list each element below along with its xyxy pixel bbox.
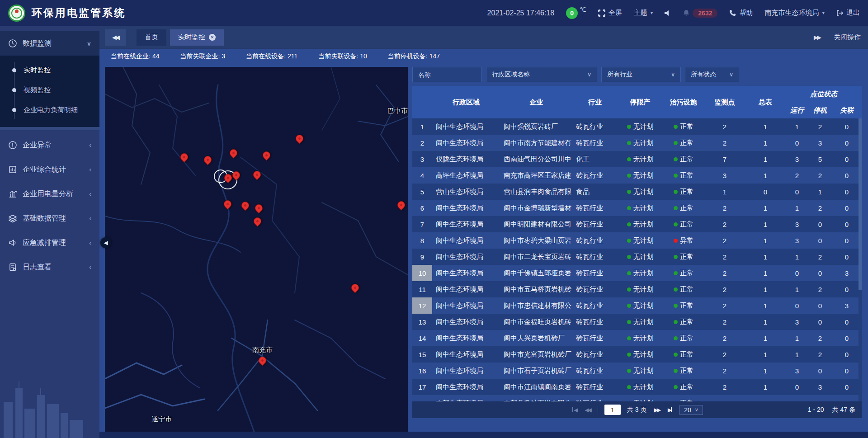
table-row[interactable]: 13阆中生态环境局阆中市金福旺页岩机砖砖瓦行业无计划正常21300 (412, 314, 862, 330)
table-row[interactable]: 9阆中生态环境局阆中市二龙长宝页岩砖砖瓦行业无计划正常21120 (412, 249, 862, 265)
cell-industry: 砖瓦行业 (572, 232, 618, 249)
facility-status-dot (674, 174, 678, 178)
table-row[interactable]: 2阆中生态环境局阆中市南方节能建材有砖瓦行业无计划正常21030 (412, 135, 862, 151)
phone-icon (729, 9, 736, 16)
name-filter-input[interactable] (418, 71, 476, 78)
table-row[interactable]: 8阆中生态环境局阆中市枣碧大梁山页岩砖瓦行业无计划异常21300 (412, 232, 862, 249)
sidebar-item-base-data-mgmt[interactable]: 基础数据管理‹ (0, 206, 99, 231)
tab-close-icon[interactable]: × (209, 34, 216, 41)
table-row[interactable]: 11阆中生态环境局阆中市五马桥页岩机砖砖瓦行业无计划正常21120 (412, 281, 862, 297)
last-page-button[interactable]: ▶ (667, 407, 673, 413)
notifications[interactable]: 2632 (683, 9, 717, 18)
tabs-scroll-left-button[interactable]: ◀◀ (105, 29, 126, 46)
tab-home[interactable]: 首页 (137, 29, 166, 46)
cell-facility: 正常 (663, 395, 704, 401)
table-row[interactable]: 12阆中生态环境局阆中市忠信建材有限公砖瓦行业无计划正常21003 (412, 297, 862, 314)
tab-bar: ◀◀ 首页实时监控× ▶▶ 关闭操作 (99, 26, 868, 49)
sidebar-collapse-handle[interactable]: ◀ (100, 237, 111, 248)
cell-industry: 砖瓦行业 (572, 281, 618, 297)
theme-menu[interactable]: 主题 ▾ (634, 9, 653, 17)
cell-plan: 无计划 (618, 216, 663, 232)
cell-meter: 1 (745, 330, 786, 346)
double-left-icon: ◀◀ (112, 34, 118, 41)
sidebar-subitem-power-load-detail[interactable]: 企业电力负荷明细 (0, 100, 99, 120)
cell-region: 阆中生态环境局 (432, 330, 500, 346)
cell-index: 4 (412, 167, 432, 184)
cell-index: 8 (412, 232, 432, 249)
cell-company: 阆中强锐页岩砖厂 (500, 118, 572, 135)
col-plan: 停限产 (618, 86, 663, 118)
clock-icon (8, 39, 17, 48)
datetime: 2021-02-25 17:46:18 (487, 9, 555, 17)
first-page-button[interactable]: ◀ (571, 407, 577, 413)
prev-page-button[interactable]: ◀◀ (584, 407, 591, 413)
next-page-button[interactable]: ▶▶ (653, 407, 660, 413)
table-scrollbar[interactable] (859, 118, 862, 401)
cell-index: 12 (412, 297, 432, 314)
table-row[interactable]: 6阆中生态环境局阆中市金博瑞新型墙材砖瓦行业无计划正常21120 (412, 200, 862, 216)
cell-industry: 砖瓦行业 (572, 363, 618, 379)
cell-meter: 1 (745, 395, 786, 401)
plan-status-dot (627, 174, 631, 178)
table-row[interactable]: 15阆中生态环境局阆中市光富页岩机砖厂砖瓦行业无计划正常21120 (412, 346, 862, 363)
table-row[interactable]: 17阆中生态环境局阆中市江南镇阆南页岩砖瓦行业无计划正常21030 (412, 379, 862, 395)
plan-status-dot (627, 271, 631, 275)
cell-run: 1 (786, 118, 808, 135)
industry-filter-select[interactable]: 所有行业 ∨ (601, 67, 681, 82)
cell-lost: 0 (832, 281, 862, 297)
mute-button[interactable] (665, 10, 671, 16)
sidebar-item-log-view[interactable]: 日志查看‹ (0, 255, 99, 279)
cell-run: 3 (786, 216, 808, 232)
col-meter: 总表 (745, 86, 786, 118)
table-row[interactable]: 18南部生态环境局南部县升钟页岩有限公砖瓦行业无计划正常21060 (412, 395, 862, 401)
table-row[interactable]: 4高坪生态环境局南充市高坪区王家店建砖瓦行业无计划正常31220 (412, 167, 862, 184)
status-filter-select[interactable]: 所有状态 ∨ (685, 67, 739, 82)
user-org-menu[interactable]: 南充市生态环境局 ▾ (764, 9, 825, 17)
table-row[interactable]: 5营山生态环境局营山县润丰肉食品有限食品无计划正常10010 (412, 184, 862, 200)
cell-facility: 正常 (663, 135, 704, 151)
close-operations-button[interactable]: 关闭操作 (834, 33, 861, 42)
cell-industry: 砖瓦行业 (572, 118, 618, 135)
sidebar-item-enterprise-abnormal[interactable]: 企业异常‹ (0, 133, 99, 157)
cell-industry: 砖瓦行业 (572, 135, 618, 151)
table-row[interactable]: 10阆中生态环境局阆中千佛镇五郎垭页岩砖瓦行业无计划正常21003 (412, 265, 862, 281)
sidebar-subitem-video-monitor[interactable]: 视频监控 (0, 80, 99, 100)
chevron-left-icon: ‹ (89, 190, 91, 198)
cell-points: 2 (704, 346, 745, 363)
cell-run: 0 (786, 297, 808, 314)
cell-industry: 砖瓦行业 (572, 265, 618, 281)
sidebar-item-power-usage-analysis[interactable]: 企业用电量分析‹ (0, 182, 99, 206)
region-filter-select[interactable]: 行政区域名称 ∨ (486, 67, 597, 82)
cell-plan: 无计划 (618, 118, 663, 135)
table-row[interactable]: 1阆中生态环境局阆中强锐页岩砖厂砖瓦行业无计划正常21120 (412, 118, 862, 135)
tab-realtime-monitor[interactable]: 实时监控× (170, 29, 224, 46)
fullscreen-button[interactable]: 全屏 (598, 9, 622, 17)
cell-region: 阆中生态环境局 (432, 363, 500, 379)
cell-industry: 砖瓦行业 (572, 249, 618, 265)
page-number-input[interactable] (604, 405, 621, 415)
cell-lost: 3 (832, 265, 862, 281)
cell-stop: 0 (808, 314, 832, 330)
table-row[interactable]: 16阆中生态环境局阆中市石子页岩机砖厂砖瓦行业无计划正常21300 (412, 363, 862, 379)
logout-button[interactable]: 退出 (836, 9, 860, 17)
map[interactable]: 巴中市南充市遂宁市 (105, 67, 408, 432)
filter-row: 行政区域名称 ∨ 所有行业 ∨ 所有状态 ∨ (412, 67, 862, 82)
table-row[interactable]: 3仪陇生态环境局西南油气田分公司川中化工无计划正常71350 (412, 151, 862, 167)
page-size-select[interactable]: 20 ∨ (679, 405, 703, 415)
alert-icon (8, 141, 17, 150)
stat-item: 当前在线企业:44 (111, 52, 159, 61)
sidebar-subitem-realtime-monitor[interactable]: 实时监控 (0, 60, 99, 80)
cell-facility: 正常 (663, 346, 704, 363)
sidebar-item-emergency-reduction[interactable]: 应急减排管理‹ (0, 231, 99, 255)
cell-facility: 正常 (663, 330, 704, 346)
help-button[interactable]: 帮助 (729, 9, 753, 17)
cell-lost: 0 (832, 135, 862, 151)
cell-index: 3 (412, 151, 432, 167)
name-filter[interactable] (412, 67, 482, 82)
tabs-scroll-right-button[interactable]: ▶▶ (814, 34, 820, 41)
sidebar-item-data-monitoring[interactable]: 数据监测∨ (0, 31, 99, 56)
table-row[interactable]: 14阆中生态环境局阆中大兴页岩机砖厂砖瓦行业无计划正常21120 (412, 330, 862, 346)
cell-points: 2 (704, 297, 745, 314)
table-row[interactable]: 7阆中生态环境局阆中明阳建材有限公司砖瓦行业无计划正常21300 (412, 216, 862, 232)
sidebar-item-enterprise-stats[interactable]: 企业综合统计‹ (0, 157, 99, 182)
